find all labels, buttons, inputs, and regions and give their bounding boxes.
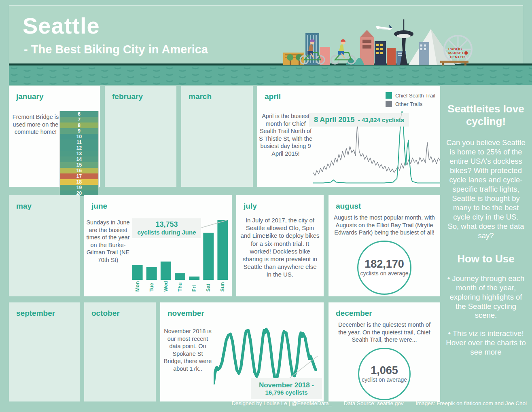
heatmap-cell-hour-13[interactable]: 13 <box>60 151 98 156</box>
heatmap-cell-hour-7[interactable]: 7 <box>60 117 98 123</box>
city-skyline-illustration: PUBLIC MARKET CENTER <box>275 11 477 65</box>
january-text: Fremont Bridge is used more on the commu… <box>11 113 60 136</box>
month-title-december: december <box>336 309 372 318</box>
card-june: june Sundays in June are the busiest tim… <box>84 195 232 296</box>
june-callout: 13,753 cyclists during June <box>132 218 201 238</box>
december-stat-circle: 1,065 cyclist on average <box>358 348 411 400</box>
legend-swatch-teal <box>386 92 392 99</box>
heatmap-cell-hour-9[interactable]: 9 <box>60 128 98 134</box>
november-text: November 2018 is our most recent data po… <box>163 327 213 372</box>
bar-label-fri: Fri <box>191 281 197 292</box>
card-november: november November 2018 is our most recen… <box>160 302 324 401</box>
month-title-june: june <box>91 202 107 211</box>
december-stat-label: cyclist on average <box>362 376 407 383</box>
heatmap-cell-hour-11[interactable]: 11 <box>60 139 98 145</box>
card-february: february <box>105 86 176 187</box>
sidebar-bullet-2: • This viz is interactive! Hover over th… <box>445 329 527 357</box>
april-callout: 8 April 2015 - 43,824 cyclists <box>309 113 409 127</box>
june-text: Sundays in June are the busiest times of… <box>85 219 131 264</box>
december-stat-value: 1,065 <box>371 365 398 376</box>
svg-text:MARKET: MARKET <box>448 51 464 55</box>
sidebar: Seattleites love cycling! Can you believ… <box>445 86 527 357</box>
heatmap-cell-hour-17[interactable]: 17 <box>60 173 98 179</box>
month-title-august: august <box>336 202 361 211</box>
bar-sun[interactable] <box>217 220 228 280</box>
card-december: december December is the quiestest month… <box>329 302 440 401</box>
footer-designer: Designed by Louise Le | @FeedMeData_ <box>231 400 332 406</box>
month-title-september: september <box>16 309 55 318</box>
month-title-october: october <box>91 309 120 318</box>
month-title-april: april <box>265 92 281 101</box>
page-title: Seattle <box>23 13 100 39</box>
heatmap-cell-hour-18[interactable]: 18 <box>60 179 98 185</box>
card-april: april Chief Sealth Trail Other Trails Ap… <box>257 86 440 187</box>
footer-data-source: Data Source: seattle.gov <box>344 400 404 406</box>
heatmap-cell-hour-10[interactable]: 10 <box>60 134 98 139</box>
april-legend: Chief Sealth Trail Other Trails <box>386 92 435 109</box>
april-text: April is the busiest month for Chief Sea… <box>259 112 312 157</box>
card-october: october <box>84 302 156 401</box>
month-title-january: january <box>16 92 44 101</box>
bar-sat[interactable] <box>203 233 214 280</box>
month-title-july: july <box>244 202 257 211</box>
month-title-february: february <box>112 92 143 101</box>
legend-item-chief-sealth: Chief Sealth Trail <box>386 92 435 99</box>
bar-label-thu: Thu <box>177 281 183 292</box>
footer-credits: Designed by Louise Le | @FeedMeData_ Dat… <box>9 400 527 406</box>
bar-label-wed: Wed <box>163 281 169 292</box>
card-july: july In July of 2017, the city of Seattl… <box>236 195 324 296</box>
month-title-march: march <box>189 92 212 101</box>
august-text: August is the most popular month, with A… <box>333 214 435 237</box>
bar-label-tue: Tue <box>149 281 155 292</box>
page-subtitle: - The Best Biking City in America <box>24 43 208 56</box>
sidebar-bullet-1: • Journey through each month of the year… <box>445 274 527 321</box>
month-title-november: november <box>167 309 204 318</box>
heatmap-cell-hour-16[interactable]: 16 <box>60 168 98 173</box>
sidebar-paragraph-2: So, what does the data say? <box>445 222 527 241</box>
sidebar-heading-1: Seattleites love cycling! <box>445 103 527 128</box>
heatmap-cell-hour-14[interactable]: 14 <box>60 156 98 162</box>
june-bar-labels: MonTueWedThuFriSatSun <box>130 281 230 292</box>
heatmap-cell-hour-6[interactable]: 6 <box>60 111 98 117</box>
bar-label-sat: Sat <box>206 281 211 292</box>
august-stat-circle: 182,170 cyclists on average <box>357 241 411 295</box>
card-september: september <box>9 302 80 401</box>
dashboard: Seattle - The Best Biking City in Americ… <box>0 0 532 412</box>
bar-mon[interactable] <box>132 265 143 280</box>
heatmap-cell-hour-19[interactable]: 19 <box>60 185 98 190</box>
november-callout: November 2018 - 16,796 cyclists <box>251 378 322 399</box>
heatmap-cell-hour-12[interactable]: 12 <box>60 145 98 151</box>
svg-text:PUBLIC: PUBLIC <box>448 47 462 51</box>
card-august: august August is the most popular month,… <box>329 195 440 296</box>
svg-text:CENTER: CENTER <box>450 55 465 59</box>
bar-fri[interactable] <box>189 277 199 280</box>
december-text: December is the quiestest month of the y… <box>333 321 435 344</box>
water-band <box>9 63 532 85</box>
sidebar-heading-2: How to Use <box>445 253 527 265</box>
sidebar-paragraph: Can you believe Seattle is home to 25% o… <box>445 138 527 222</box>
legend-swatch-gray <box>386 101 392 107</box>
bar-wed[interactable] <box>161 262 171 280</box>
card-january: january Fremont Bridge is used more on t… <box>9 86 100 187</box>
hourly-heatmap[interactable]: 67891011121314151617181920 <box>59 111 99 188</box>
bar-thu[interactable] <box>175 273 185 280</box>
month-title-may: may <box>16 202 32 211</box>
july-text: In July of 2017, the city of Seattle all… <box>240 216 320 279</box>
card-march: march <box>181 86 253 187</box>
card-may: may <box>9 195 80 296</box>
plane-icon <box>375 25 392 30</box>
bar-tue[interactable] <box>146 267 157 280</box>
legend-item-other-trails: Other Trails <box>386 101 435 107</box>
water-waves-pattern <box>9 65 532 85</box>
august-stat-value: 182,170 <box>365 258 404 270</box>
august-stat-label: cyclists on average <box>360 270 408 277</box>
cyclist-2 <box>331 39 355 64</box>
footer-images-credit: Images: Freepik on flaticon.com and Joe … <box>415 400 527 406</box>
bar-label-sun: Sun <box>220 281 225 292</box>
heatmap-cell-hour-8[interactable]: 8 <box>60 123 98 128</box>
bar-label-mon: Mon <box>135 281 140 292</box>
heatmap-cell-hour-15[interactable]: 15 <box>60 162 98 168</box>
